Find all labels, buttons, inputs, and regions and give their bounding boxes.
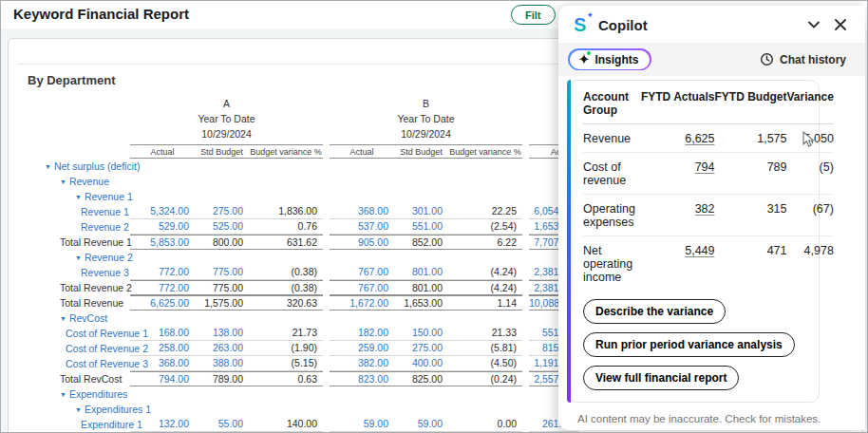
row-label[interactable]: Revenue 1 [81, 206, 129, 217]
row-label: Total RevCost [60, 373, 122, 385]
department-table: ABYear To DateYear To Date10/29/202410/2… [26, 96, 578, 432]
value-cell [249, 386, 323, 402]
copilot-toolbar: ✦ Insights Chat history [558, 43, 865, 76]
row-label-cell: ▼Revenue 2 [26, 252, 130, 263]
value-cell[interactable]: 59.00 [394, 417, 448, 432]
actuals-link[interactable]: 6,625 [685, 132, 714, 145]
collapse-arrow-icon[interactable]: ▼ [60, 391, 66, 398]
row-label-cell: ▼RevCost [26, 312, 130, 324]
column-header: Std Budget [195, 144, 249, 159]
collapse-arrow-icon[interactable]: ▼ [60, 315, 66, 322]
fytd-actuals-cell: 382 [641, 195, 715, 236]
row-label[interactable]: Revenue 2 [81, 221, 129, 233]
report-row: ▼Net surplus (deficit) [26, 159, 578, 174]
value-cell[interactable]: 767.00 [330, 280, 394, 295]
row-label[interactable]: Revenue 1 [85, 191, 133, 202]
fytd-budget-cell: 471 [714, 236, 786, 292]
value-cell[interactable]: 182.00 [330, 326, 394, 341]
collapse-arrow-icon[interactable]: ▼ [45, 163, 51, 170]
value-cell[interactable]: 275.00 [195, 204, 249, 219]
value-cell[interactable]: 905.00 [330, 235, 394, 250]
report-row: Revenue 15,324.00275.001,836.00368.00301… [26, 204, 578, 219]
value-cell[interactable]: 368.00 [130, 356, 195, 371]
row-label-cell: Cost of Revenue 1 [26, 328, 130, 339]
value-cell [249, 311, 323, 326]
subheader-row: ActualStd BudgetBudget variance %ActualS… [26, 144, 578, 159]
value-cell[interactable]: 168.00 [130, 326, 195, 341]
value-cell [130, 159, 195, 174]
chat-history-label: Chat history [780, 53, 846, 66]
value-cell[interactable]: 55.00 [195, 417, 249, 432]
value-cell[interactable]: 801.00 [394, 265, 448, 280]
value-cell[interactable]: 259.00 [330, 341, 394, 356]
value-cell[interactable]: 1,672.00 [330, 295, 394, 311]
value-cell[interactable]: 400.00 [394, 356, 448, 371]
value-cell [249, 402, 323, 417]
value-cell[interactable]: 388.00 [195, 356, 249, 371]
value-cell[interactable]: 301.00 [394, 204, 448, 219]
group-header-letter: A [130, 98, 323, 109]
actuals-link[interactable]: 794 [695, 160, 715, 174]
value-cell[interactable]: 263.00 [195, 341, 249, 356]
value-cell[interactable]: 794.00 [130, 371, 195, 386]
value-cell[interactable]: 382.00 [330, 356, 394, 371]
collapse-arrow-icon[interactable]: ▼ [75, 254, 82, 261]
insights-button[interactable]: ✦ Insights [568, 48, 651, 70]
report-row: ▼Revenue [26, 174, 578, 189]
row-label[interactable]: Revenue [69, 176, 109, 187]
account-group-cell: Revenue [583, 124, 641, 153]
collapse-arrow-icon[interactable]: ▼ [75, 194, 82, 200]
variance-cell: 4,978 [786, 236, 833, 292]
actuals-link[interactable]: 5,449 [685, 244, 714, 257]
row-label[interactable]: Net surplus (deficit) [54, 160, 140, 172]
value-cell[interactable]: 368.00 [330, 204, 394, 219]
value-cell[interactable]: 775.00 [195, 265, 249, 280]
value-cell [394, 402, 448, 417]
fytd-actuals-cell: 6,625 [641, 124, 715, 153]
copilot-header: S✦ Copilot [558, 6, 865, 43]
value-cell: (0.24) [448, 371, 522, 386]
value-cell[interactable]: 132.00 [130, 417, 195, 432]
value-cell[interactable]: 823.00 [330, 371, 394, 386]
value-cell: 6.22 [448, 235, 522, 250]
row-label[interactable]: Expenditures [69, 388, 127, 400]
value-cell[interactable]: 150.00 [394, 326, 448, 341]
chevron-down-icon[interactable] [804, 15, 823, 34]
value-cell[interactable]: 529.00 [130, 219, 195, 235]
row-label[interactable]: Revenue 3 [81, 267, 129, 278]
close-icon[interactable] [831, 15, 850, 34]
row-label[interactable]: RevCost [69, 312, 107, 324]
actuals-link[interactable]: 382 [695, 202, 715, 216]
row-label-cell: Revenue 2 [26, 221, 130, 233]
filters-button[interactable]: Filt [511, 5, 556, 25]
suggestion-describe-variance[interactable]: Describe the variance [583, 299, 726, 324]
value-cell [195, 159, 249, 174]
value-cell[interactable]: 5,324.00 [130, 204, 195, 219]
fytd-actuals-cell: 794 [641, 153, 715, 195]
suggestion-prior-period-analysis[interactable]: Run prior period variance analysis [583, 332, 795, 357]
value-cell[interactable]: 551.00 [394, 219, 448, 235]
collapse-arrow-icon[interactable]: ▼ [75, 406, 82, 413]
value-cell[interactable]: 772.00 [130, 280, 195, 295]
value-cell: 140.00 [249, 417, 323, 432]
suggestion-view-full-report[interactable]: View full financial report [583, 366, 739, 390]
value-cell [249, 250, 323, 265]
value-cell[interactable]: 6,625.00 [130, 295, 195, 311]
insight-table-row: Net operating income5,4494714,978 [583, 236, 834, 292]
value-cell: 852.00 [394, 235, 448, 250]
chat-history-button[interactable]: Chat history [754, 51, 852, 67]
value-cell[interactable]: 5,853.00 [130, 235, 195, 250]
value-cell[interactable]: 275.00 [394, 341, 448, 356]
value-cell[interactable]: 767.00 [330, 265, 394, 280]
value-cell[interactable]: 258.00 [130, 341, 195, 356]
value-cell [394, 189, 448, 204]
group-header-period: Year To Date [330, 113, 522, 124]
value-cell[interactable]: 138.00 [195, 326, 249, 341]
insight-table-row: Operating expenses382315(67) [583, 195, 834, 236]
value-cell[interactable]: 537.00 [330, 219, 394, 235]
value-cell[interactable]: 772.00 [130, 265, 195, 280]
row-label[interactable]: Revenue 2 [85, 252, 133, 263]
value-cell[interactable]: 59.00 [330, 417, 394, 432]
value-cell[interactable]: 525.00 [195, 219, 249, 235]
collapse-arrow-icon[interactable]: ▼ [60, 179, 66, 185]
